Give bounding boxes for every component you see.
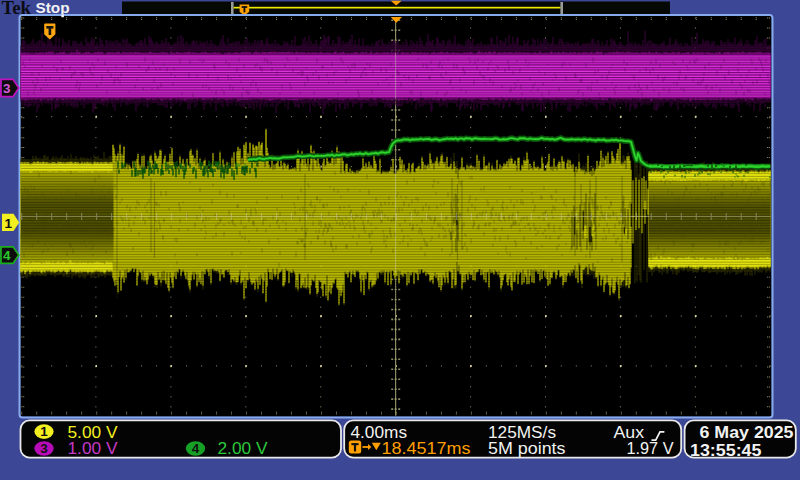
svg-text:6 May 2025: 6 May 2025 xyxy=(700,423,794,442)
svg-text:18.4517ms: 18.4517ms xyxy=(382,440,471,457)
svg-text:13:55:45: 13:55:45 xyxy=(690,441,762,460)
svg-text:1: 1 xyxy=(40,424,48,439)
svg-text:1: 1 xyxy=(4,216,12,231)
svg-text:3: 3 xyxy=(3,81,11,96)
svg-text:Aux: Aux xyxy=(614,424,645,441)
svg-text:4.00ms: 4.00ms xyxy=(351,424,408,441)
svg-text:125MS/s: 125MS/s xyxy=(488,424,556,441)
svg-text:5.00 V: 5.00 V xyxy=(68,424,118,441)
svg-text:3: 3 xyxy=(40,441,48,456)
svg-text:4: 4 xyxy=(192,441,200,456)
svg-text:2.00 V: 2.00 V xyxy=(218,440,268,457)
svg-text:5M points: 5M points xyxy=(488,440,566,457)
svg-text:1.97 V: 1.97 V xyxy=(627,440,674,457)
svg-text:Stop: Stop xyxy=(36,0,70,16)
svg-text:1.00 V: 1.00 V xyxy=(68,440,118,457)
svg-text:4: 4 xyxy=(3,248,11,263)
